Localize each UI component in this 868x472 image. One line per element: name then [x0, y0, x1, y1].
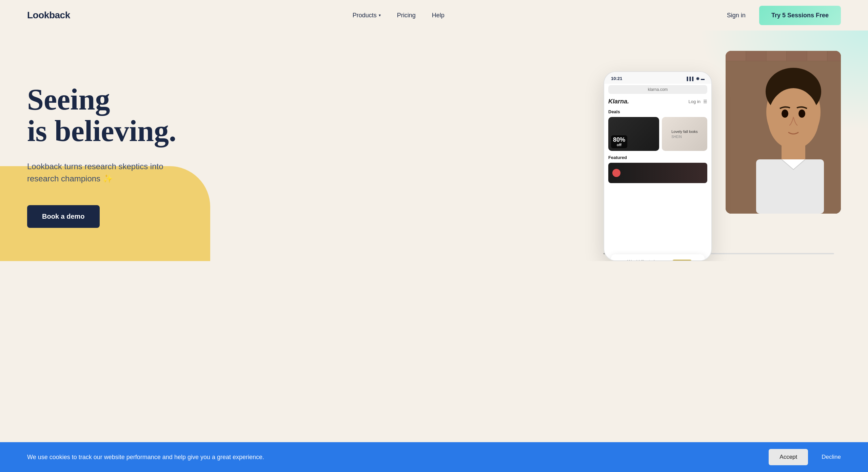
- hero-section: Seeing is believing. Lookback turns rese…: [0, 31, 868, 261]
- svg-rect-13: [756, 159, 824, 214]
- klarna-menu: Log in ☰: [689, 99, 707, 104]
- person-face-svg: [726, 51, 841, 214]
- svg-rect-2: [746, 51, 766, 61]
- book-demo-button[interactable]: Book a demo: [27, 205, 100, 228]
- navigation: Lookback Products ▾ Pricing Help Sign in…: [0, 0, 868, 31]
- pricing-nav-link[interactable]: Pricing: [397, 12, 416, 19]
- svg-rect-1: [726, 51, 746, 61]
- deals-label: Deals: [608, 109, 707, 114]
- sign-in-link[interactable]: Sign in: [727, 12, 746, 19]
- headline-line1: Seeing: [27, 83, 110, 116]
- klarna-header: Klarna. Log in ☰: [608, 98, 707, 105]
- klarna-card-secondary: Lovely fall looks SHEIN: [662, 117, 707, 151]
- battery-icon: ▬: [701, 77, 705, 81]
- svg-point-11: [798, 110, 805, 118]
- svg-point-9: [768, 88, 819, 149]
- klarna-logo: Klarna.: [608, 98, 629, 105]
- help-nav-link[interactable]: Help: [432, 12, 445, 19]
- hamburger-icon: ☰: [703, 99, 707, 104]
- logo[interactable]: Lookback: [27, 10, 70, 21]
- hero-subheadline: Lookback turns research skeptics into re…: [27, 160, 197, 185]
- products-label: Products: [353, 12, 377, 19]
- phone-content: Klarna. Log in ☰ Deals 80% off: [604, 95, 711, 186]
- sale-suffix: off: [617, 143, 622, 147]
- help-label: Help: [432, 12, 445, 19]
- svg-rect-6: [827, 51, 841, 61]
- featured-image: [608, 163, 707, 183]
- featured-dot: [612, 169, 620, 177]
- nav-right: Sign in Try 5 Sessions Free: [727, 6, 841, 25]
- hero-left: Seeing is believing. Lookback turns rese…: [27, 84, 197, 228]
- phone-status-bar: 10:21 ▌▌▌ ◉ ▬: [604, 72, 711, 84]
- lovely-fall-label: Lovely fall looks: [671, 130, 698, 134]
- svg-rect-3: [766, 51, 787, 61]
- annotation-text: Would like to have the option to: [627, 259, 668, 261]
- hero-headline: Seeing is believing.: [27, 84, 197, 147]
- phone-time: 10:21: [611, 76, 622, 81]
- klarna-card-main: 80% off: [608, 117, 659, 151]
- klarna-cards: 80% off Lovely fall looks SHEIN: [608, 117, 707, 151]
- sale-percent: 80%: [613, 137, 625, 143]
- url-text: klarna.com: [648, 87, 668, 92]
- products-nav-link[interactable]: Products ▾: [353, 12, 381, 19]
- svg-rect-4: [787, 51, 807, 61]
- phone-mockup: 10:21 ▌▌▌ ◉ ▬ klarna.com Klarna. Log in …: [604, 71, 712, 261]
- wifi-icon: ◉: [696, 76, 699, 81]
- featured-label: Featured: [608, 155, 707, 160]
- klarna-card-secondary-content: Lovely fall looks SHEIN: [671, 130, 698, 139]
- featured-section: Featured: [608, 155, 707, 183]
- chevron-down-icon: ▾: [379, 13, 381, 18]
- signal-icon: ▌▌▌: [687, 77, 695, 81]
- svg-rect-5: [807, 51, 827, 61]
- klarna-login: Log in: [689, 99, 701, 104]
- phone-url-bar: klarna.com: [608, 85, 707, 94]
- annotation-tooltip: 2m Would like to have the option to Save…: [611, 254, 705, 261]
- annotation-save-button[interactable]: Save: [672, 260, 692, 261]
- headline-line2: is believing.: [27, 115, 176, 148]
- phone-status-icons: ▌▌▌ ◉ ▬: [687, 76, 705, 81]
- person-photo: [726, 51, 841, 214]
- svg-point-10: [782, 110, 788, 118]
- nav-links: Products ▾ Pricing Help: [353, 12, 445, 19]
- hero-right: 10:21 ▌▌▌ ◉ ▬ klarna.com Klarna. Log in …: [604, 51, 841, 261]
- try-free-button[interactable]: Try 5 Sessions Free: [759, 6, 841, 25]
- sale-badge: 80% off: [611, 135, 627, 148]
- pricing-label: Pricing: [397, 12, 416, 19]
- lovely-fall-sub: SHEIN: [671, 135, 698, 139]
